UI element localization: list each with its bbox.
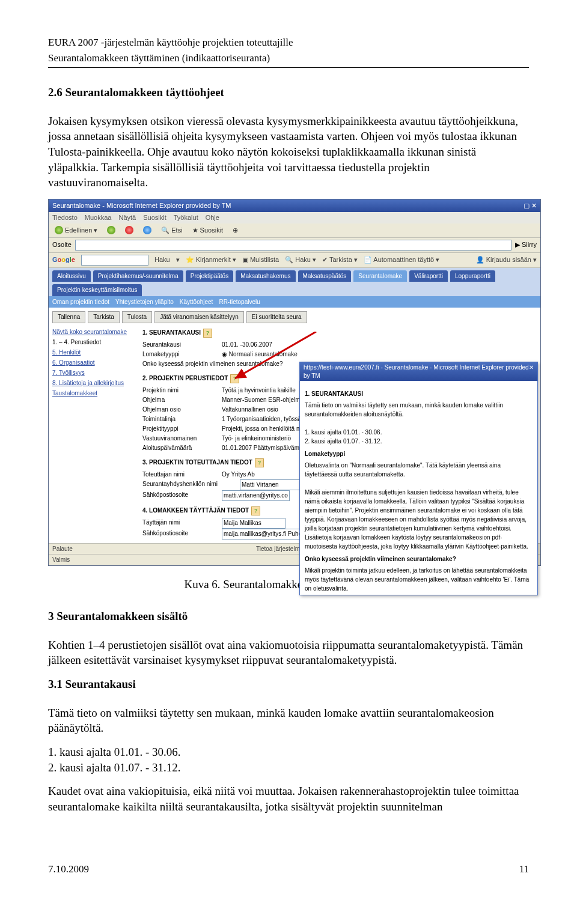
page-footer: 7.10.2009 11 [48,863,529,877]
input-field[interactable]: matti.virtanen@yritys.co [222,490,290,501]
address-label: Osoite [52,240,72,249]
left-nav: Näytä koko seurantalomake 1. – 4. Perust… [52,327,136,398]
tab-projektipaatos[interactable]: Projektipäätös [186,270,233,282]
leftnav-group-header: 1. – 4. Perustiedot [52,337,136,347]
paragraph-2-6: Jokaisen kysymyksen otsikon vieressä ole… [48,114,529,190]
leftnav-item[interactable]: Taustalomakkeet [52,388,136,398]
favorites-button[interactable]: ★ Suosikit [190,225,226,236]
popup-close-icon[interactable]: ✕ [529,363,534,380]
input-field[interactable]: Matti Virtanen [240,479,304,490]
stop-button[interactable] [123,225,136,235]
tab-keskeyttamisilmoitus[interactable]: Projektin keskeyttämisilmoitus [52,284,142,296]
paragraph-3-1a: Tämä tieto on valmiiksi täytetty sen muk… [48,705,529,736]
help-icon[interactable]: ? [255,458,264,467]
tab-seurantalomake[interactable]: Seurantalomake [353,270,407,282]
leftnav-item[interactable]: 7. Työllisyys [52,368,136,378]
app-nav-subtabs[interactable]: Oman projektin tiedot Yhteystietojen yll… [49,296,540,308]
heading-3: 3 Seurantalomakkeen sisältö [48,609,529,624]
help-icon[interactable]: ? [251,506,260,515]
subtab-rr-tietopalvelu[interactable]: RR-tietopalvelu [219,298,260,306]
tab-maksatushakemus[interactable]: Maksatushakemus [236,270,295,282]
tab-valiraportti[interactable]: Väliraportti [409,270,448,282]
ie-title-text: Seurantalomake - Microsoft Internet Expl… [52,201,231,210]
subtab-oman-projektin[interactable]: Oman projektin tiedot [52,298,109,306]
tulosta-button[interactable]: Tulosta [122,311,152,323]
ie-toolbar[interactable]: Edellinen ▾ 🔍 Etsi ★ Suosikit ⊕ [49,223,540,238]
media-button[interactable]: ⊕ [230,225,240,236]
google-signin[interactable]: 👤 Kirjaudu sisään ▾ [476,255,537,264]
tab-projektihakemus[interactable]: Projektihakemus/-suunnitelma [93,270,183,282]
ie-titlebar: Seurantalomake - Microsoft Internet Expl… [49,199,540,212]
leftnav-show-all[interactable]: Näytä koko seurantalomake [52,327,136,337]
forward-button[interactable] [105,225,118,235]
tarkista-button[interactable]: Tarkista [88,311,119,323]
footer-page: 11 [519,863,529,877]
subtab-yhteystiedot[interactable]: Yhteystietojen ylläpito [115,298,174,306]
heading-2-6: 2.6 Seurantalomakkeen täyttöohjeet [48,85,529,100]
action-buttons: Tallenna Tarkista Tulosta Jätä viranomai… [52,311,537,323]
paragraph-3-intro: Kohtien 1–4 perustietojen sisällöt ovat … [48,637,529,668]
paragraph-3-1d: Kaudet ovat aina vakiopituisia, eikä nii… [48,783,529,814]
leftnav-item[interactable]: 8. Lisätietoja ja allekirjoitus [52,378,136,388]
help-popup-window: https://testi-www.eura2007.fi - Seuranta… [299,362,538,595]
leftnav-item[interactable]: 6. Organisaatiot [52,357,136,368]
header-rule [48,67,529,68]
header-line-1: EURA 2007 -järjestelmän käyttöohje proje… [48,36,529,49]
ie-menu[interactable]: TiedostoMuokkaaNäytäSuosikitTyökalutOhje [49,212,540,223]
popup-body: 1. SEURANTAKAUSI Tämä tieto on valmiiksi… [300,381,537,595]
back-button[interactable]: Edellinen ▾ [52,225,100,236]
help-icon[interactable]: ? [230,374,239,383]
header-line-2: Seurantalomakkeen täyttäminen (indikaatt… [48,52,529,65]
google-toolbar[interactable]: Google Haku▾ ⭐ Kirjanmerkit ▾ ▣ Muistili… [49,253,540,268]
palaute-link[interactable]: Palaute [52,545,73,553]
subtab-kayttoohjeet[interactable]: Käyttöohjeet [180,298,213,306]
window-controls[interactable]: ▢ ✕ [524,201,537,210]
jata-kasittelyyn-button[interactable]: Jätä viranomaisen käsittelyyn [154,311,244,323]
input-field[interactable]: Maija Mallikas [222,518,285,529]
tallenna-button[interactable]: Tallenna [52,311,85,323]
search-button[interactable]: 🔍 Etsi [159,225,185,236]
address-input[interactable] [75,240,511,251]
tab-loppuraportti[interactable]: Loppuraportti [450,270,495,282]
work-area: Tallenna Tarkista Tulosta Jätä viranomai… [49,308,540,543]
ie-address-bar[interactable]: Osoite ▶ Siirry [49,238,540,253]
ei-suoritteita-button[interactable]: Ei suoritteita seura [246,311,307,323]
heading-3-1: 3.1 Seurantakausi [48,676,529,692]
paragraph-3-1c: 2. kausi ajalta 01.07. - 31.12. [48,760,529,776]
tab-aloitussivu[interactable]: Aloitussivu [52,270,91,282]
tab-maksatuspaatos[interactable]: Maksatuspäätös [298,270,352,282]
google-logo: Google [52,255,75,264]
paragraph-3-1b: 1. kausi ajalta 01.01. - 30.06. [48,744,529,760]
go-button[interactable]: ▶ Siirry [515,240,537,249]
footer-date: 7.10.2009 [48,863,89,877]
refresh-button[interactable] [141,225,154,235]
help-icon[interactable]: ? [203,329,212,338]
popup-titlebar: https://testi-www.eura2007.fi - Seuranta… [300,362,537,381]
google-search-input[interactable] [81,255,148,266]
screenshot-figure: Seurantalomake - Microsoft Internet Expl… [48,199,541,566]
leftnav-item[interactable]: 5. Henkilöt [52,347,136,357]
app-nav-tabs[interactable]: Aloitussivu Projektihakemus/-suunnitelma… [49,268,540,296]
